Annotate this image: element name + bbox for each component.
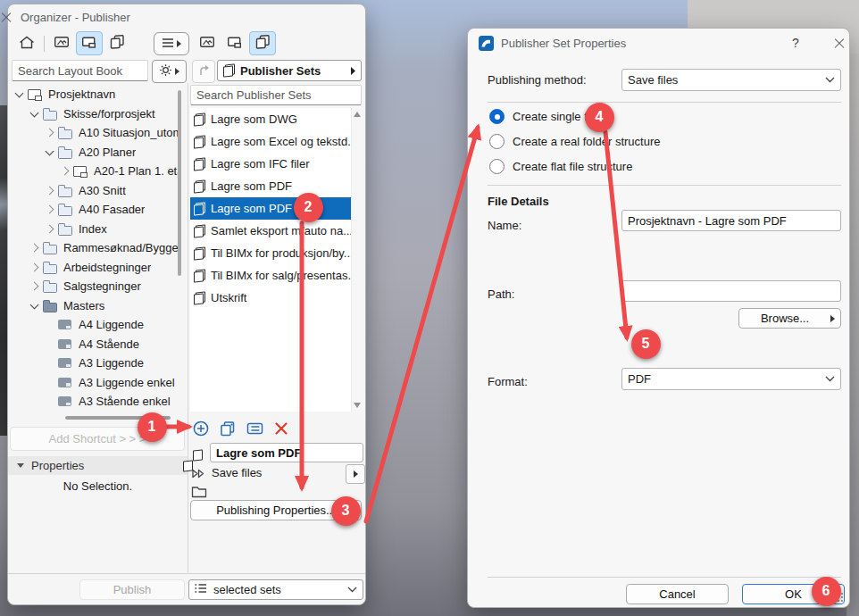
publisher-set-item[interactable]: Lagre som PDF (190, 197, 351, 220)
set-name-input[interactable] (210, 443, 363, 462)
view-map-button-right[interactable] (194, 31, 221, 55)
chevron-closed-icon[interactable] (29, 280, 40, 292)
tree-item[interactable]: A3 Stående enkel (12, 392, 181, 412)
chevron-open-icon[interactable] (44, 146, 55, 158)
close-icon[interactable] (832, 37, 846, 51)
set-properties-button[interactable] (246, 420, 264, 440)
scroll-up-icon[interactable] (354, 112, 361, 117)
organizer-menu-button[interactable] (154, 32, 189, 55)
new-set-button[interactable] (192, 420, 210, 440)
list-scrollbar[interactable] (351, 108, 363, 412)
master-icon (58, 356, 74, 370)
chevron-closed-icon[interactable] (29, 262, 40, 273)
tree-item[interactable]: Masters (12, 296, 181, 316)
tree-item[interactable]: A40 Fasader (12, 200, 181, 220)
layout-book-button[interactable] (76, 31, 103, 55)
scroll-down-icon[interactable] (354, 403, 361, 408)
tree-item[interactable]: Skisse/forprosjekt (12, 104, 181, 124)
tree-horizontal-scrollbar[interactable] (65, 416, 171, 420)
name-input[interactable] (621, 210, 841, 231)
radio-label: Create a real folder structure (513, 135, 660, 148)
tree-item[interactable]: A3 Liggende (12, 354, 181, 373)
chevron-closed-icon[interactable] (44, 204, 55, 215)
tree-item[interactable]: Index (12, 220, 181, 239)
cancel-button[interactable]: Cancel (626, 584, 729, 604)
publisher-sets-list: Lagre som DWGLagre som Excel og tekstd..… (190, 108, 363, 412)
tree-vertical-scrollbar[interactable] (178, 90, 181, 276)
format-dropdown[interactable]: PDF (621, 368, 841, 390)
publisher-set-item[interactable]: Lagre som PDF (190, 175, 351, 197)
radio-unselected-icon[interactable] (489, 159, 505, 174)
tree-item-label: A3 Liggende enkel (79, 376, 175, 389)
chevron-open-icon[interactable] (29, 300, 40, 312)
format-value: PDF (628, 372, 651, 386)
tree-item[interactable]: A4 Stående (12, 335, 181, 354)
chevron-closed-icon[interactable] (44, 127, 55, 138)
ok-button[interactable]: OK (742, 584, 845, 604)
radio-create-flat-file-structure[interactable]: Create flat file structure (489, 159, 632, 174)
tree-item-label: A30 Snitt (79, 184, 126, 197)
tree-item[interactable]: A20 Planer (12, 143, 181, 162)
tree-item[interactable]: Arbeidstegninger (12, 258, 181, 278)
layout-book-button-right[interactable] (221, 31, 248, 55)
search-layout-book-input[interactable] (12, 60, 148, 81)
go-up-button[interactable] (192, 60, 215, 83)
publishing-method-label: Publishing method: (488, 73, 587, 87)
tree-settings-button[interactable] (152, 60, 187, 83)
tree-item[interactable]: Prosjektnavn (12, 85, 181, 104)
publisher-set-item[interactable]: Lagre som IFC filer (190, 153, 351, 175)
view-map-button[interactable] (48, 31, 75, 55)
browse-button[interactable]: Browse... (738, 308, 841, 329)
publisher-set-item[interactable]: Til BIMx for produksjon/by... (190, 242, 351, 264)
tree-item[interactable]: Rammesøknad/Byggemel (12, 238, 181, 258)
radio-unselected-icon[interactable] (489, 134, 505, 149)
tree-item[interactable]: A20-1 Plan 1. etasje (12, 162, 181, 181)
publisher-set-item[interactable]: Lagre som Excel og tekstd... (190, 130, 351, 153)
publisher-set-item[interactable]: Utskrift (190, 287, 351, 309)
master-icon (58, 395, 74, 408)
publisher-set-item[interactable]: Til BIMx for salg/presentas... (190, 264, 351, 287)
chevron-closed-icon[interactable] (59, 165, 71, 177)
publisher-sets-button-right[interactable] (249, 31, 276, 55)
publisher-set-item[interactable]: Lagre som DWG (190, 108, 351, 130)
tree-item[interactable]: A10 Situasjon_utomhus (12, 123, 181, 143)
publisher-set-item[interactable]: Samlet eksport m/auto na... (190, 220, 351, 242)
publishing-properties-label: Publishing Properties... (216, 504, 336, 517)
publish-scope-dropdown[interactable]: selected sets (188, 579, 363, 600)
folder-icon (43, 241, 59, 254)
delete-set-button[interactable] (273, 420, 289, 439)
chevron-open-icon[interactable] (29, 108, 40, 120)
chevron-down-icon (825, 77, 835, 83)
radio-label: Create single file (513, 110, 599, 123)
folder-icon (43, 261, 59, 274)
chevron-closed-icon[interactable] (29, 242, 40, 254)
chevron-open-icon[interactable] (13, 88, 25, 100)
publishing-method-dropdown[interactable]: Save files (621, 69, 841, 91)
radio-create-single-file[interactable]: Create single file (489, 109, 599, 124)
resize-grip[interactable] (834, 593, 844, 603)
publisher-sets-button[interactable] (104, 31, 130, 55)
tree-item[interactable]: A3 Liggende enkel (12, 373, 181, 393)
search-publisher-sets-input[interactable] (190, 85, 362, 105)
publish-button[interactable]: Publish (79, 579, 185, 600)
pane-splitter[interactable] (188, 83, 188, 572)
close-icon[interactable] (0, 11, 13, 25)
publishing-properties-button[interactable]: Publishing Properties... (190, 500, 362, 520)
add-shortcut-button[interactable]: Add Shortcut > > > (10, 427, 185, 451)
publisher-set-icon (194, 270, 205, 282)
properties-section-header[interactable]: Properties (8, 456, 188, 475)
publisher-sets-header[interactable]: Publisher Sets (217, 60, 362, 81)
chevron-closed-icon[interactable] (44, 223, 55, 235)
help-icon[interactable]: ? (792, 36, 799, 50)
project-chooser-button[interactable] (13, 31, 40, 55)
radio-selected-icon[interactable] (489, 109, 505, 124)
radio-label: Create flat file structure (513, 160, 632, 173)
duplicate-set-button[interactable] (219, 420, 237, 440)
tree-item[interactable]: A4 Liggende (12, 315, 181, 335)
tree-item[interactable]: Salgstegninger (12, 277, 181, 296)
tree-item[interactable]: A30 Snitt (12, 181, 181, 201)
radio-create-real-folder-structure[interactable]: Create a real folder structure (489, 134, 660, 149)
path-input[interactable] (621, 280, 841, 302)
chevron-closed-icon[interactable] (44, 185, 55, 196)
method-flyout-button[interactable] (346, 464, 365, 484)
